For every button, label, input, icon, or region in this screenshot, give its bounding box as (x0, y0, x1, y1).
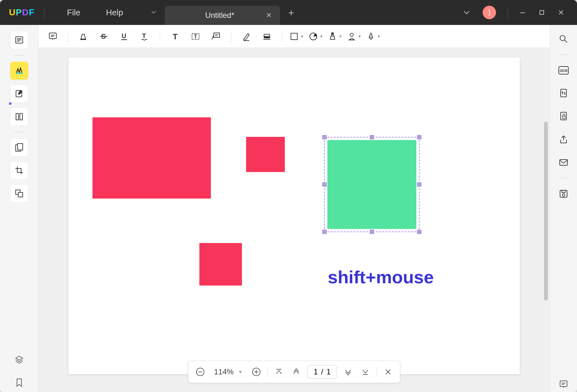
last-page-button[interactable] (359, 366, 371, 378)
document-page[interactable]: shift+mouse (68, 58, 520, 374)
edit-mode-button[interactable] (10, 84, 28, 103)
layers-button[interactable] (10, 350, 28, 369)
svg-rect-6 (16, 73, 22, 74)
comment-mode-button[interactable] (10, 61, 28, 80)
squiggly-tool-icon[interactable]: T (137, 28, 153, 44)
pencil-tool-icon[interactable] (238, 28, 254, 44)
svg-rect-57 (560, 381, 567, 387)
bottom-toolbar: 114%▼ 1 / 1 (188, 361, 400, 383)
svg-rect-8 (16, 114, 19, 120)
share-icon[interactable] (556, 132, 571, 147)
crop-button[interactable] (10, 161, 28, 180)
page-total: 1 (326, 367, 331, 376)
eraser-tool-icon[interactable] (259, 28, 275, 44)
green-square[interactable] (327, 140, 416, 229)
right-sidebar: OCR (550, 25, 577, 392)
maximize-button[interactable] (532, 4, 551, 20)
close-button[interactable] (551, 4, 571, 20)
page-tools-button[interactable] (10, 138, 28, 157)
highlight-tool-icon[interactable] (75, 28, 91, 44)
divider (508, 7, 508, 18)
svg-point-46 (560, 35, 565, 41)
left-sidebar (0, 25, 38, 392)
canvas-area: shift+mouse 114%▼ 1 / 1 (38, 48, 550, 392)
selected-shape-frame[interactable] (324, 137, 420, 232)
pink-rectangle-small-2[interactable] (199, 243, 242, 286)
titlebar-chevron-icon[interactable] (457, 7, 476, 18)
callout-tool-icon[interactable] (208, 28, 224, 44)
resize-handle-tr[interactable] (417, 135, 421, 139)
tab-add-icon[interactable]: ＋ (286, 6, 296, 19)
svg-rect-50 (561, 89, 566, 97)
protect-icon[interactable] (556, 109, 571, 124)
tab-close-icon[interactable]: ✕ (263, 10, 274, 21)
tab-dropdown-icon[interactable] (146, 4, 162, 20)
first-page-button[interactable] (273, 366, 285, 378)
svg-line-47 (565, 40, 567, 43)
underline-tool-icon[interactable]: U (116, 28, 132, 44)
zoom-in-button[interactable] (250, 366, 262, 378)
svg-rect-52 (563, 116, 565, 119)
page-number-input[interactable]: 1 / 1 (308, 365, 337, 379)
svg-rect-11 (18, 144, 23, 150)
resize-handle-tm[interactable] (370, 135, 374, 139)
resize-handle-tl[interactable] (322, 135, 327, 139)
strikethrough-tool-icon[interactable]: S (96, 28, 112, 44)
annotation-toolbar: S U T T T ▼ ▼ ▼ ▼ ▼ (38, 25, 550, 48)
resize-handle-ml[interactable] (322, 182, 327, 187)
svg-rect-9 (20, 114, 22, 120)
app-logo: UPDF (9, 7, 35, 18)
active-indicator-dot (9, 102, 12, 105)
textbox-tool-icon[interactable]: T (188, 28, 204, 44)
svg-text:T: T (173, 32, 178, 41)
menu-help[interactable]: Help (93, 8, 136, 18)
search-icon[interactable] (556, 31, 571, 47)
vertical-scrollbar[interactable] (544, 122, 548, 301)
chat-icon[interactable] (556, 377, 571, 392)
resize-handle-bm[interactable] (370, 230, 374, 234)
resize-handle-br[interactable] (417, 230, 421, 234)
user-avatar[interactable]: ) (483, 6, 496, 19)
convert-icon[interactable] (556, 86, 571, 101)
svg-point-56 (562, 194, 565, 196)
page-current: 1 (314, 367, 318, 376)
compare-button[interactable] (10, 184, 28, 203)
svg-point-36 (350, 33, 353, 36)
close-toolbar-button[interactable] (382, 366, 394, 378)
svg-point-38 (370, 36, 372, 38)
svg-text:U: U (122, 32, 126, 39)
email-icon[interactable] (556, 155, 571, 170)
organize-mode-button[interactable] (10, 107, 28, 126)
zoom-level-dropdown[interactable]: 114%▼ (212, 367, 245, 376)
sticker-tool-dropdown[interactable]: ▼ (309, 32, 323, 41)
divider (44, 7, 44, 18)
pink-rectangle-small-1[interactable] (246, 137, 285, 172)
stamp-tool-dropdown[interactable]: ▼ (328, 32, 342, 41)
text-tool-icon[interactable]: T (167, 28, 183, 44)
zoom-out-button[interactable] (194, 366, 206, 378)
shape-tool-dropdown[interactable]: ▼ (289, 32, 304, 41)
minimize-button[interactable] (513, 4, 532, 20)
ocr-icon[interactable]: OCR (556, 63, 571, 78)
save-icon[interactable] (556, 186, 571, 201)
signature-tool-dropdown[interactable]: ▼ (347, 32, 362, 41)
svg-rect-33 (291, 33, 297, 40)
bookmark-button[interactable] (10, 373, 28, 392)
resize-handle-bl[interactable] (322, 230, 327, 234)
svg-rect-53 (560, 160, 567, 165)
menu-file[interactable]: File (54, 8, 93, 18)
svg-rect-31 (264, 36, 270, 38)
annotation-text[interactable]: shift+mouse (328, 267, 434, 287)
next-page-button[interactable] (342, 366, 354, 378)
prev-page-button[interactable] (290, 366, 302, 378)
reader-mode-button[interactable] (10, 31, 28, 49)
svg-rect-26 (214, 33, 220, 37)
pink-rectangle-large[interactable] (92, 117, 211, 199)
resize-handle-mr[interactable] (417, 182, 421, 187)
svg-rect-17 (80, 39, 86, 40)
svg-rect-13 (18, 192, 23, 197)
note-tool-icon[interactable] (45, 28, 61, 44)
tab-untitled[interactable]: Untitled* ✕ (165, 6, 280, 25)
svg-rect-0 (520, 12, 525, 13)
pen-tool-dropdown[interactable]: ▼ (366, 32, 381, 41)
